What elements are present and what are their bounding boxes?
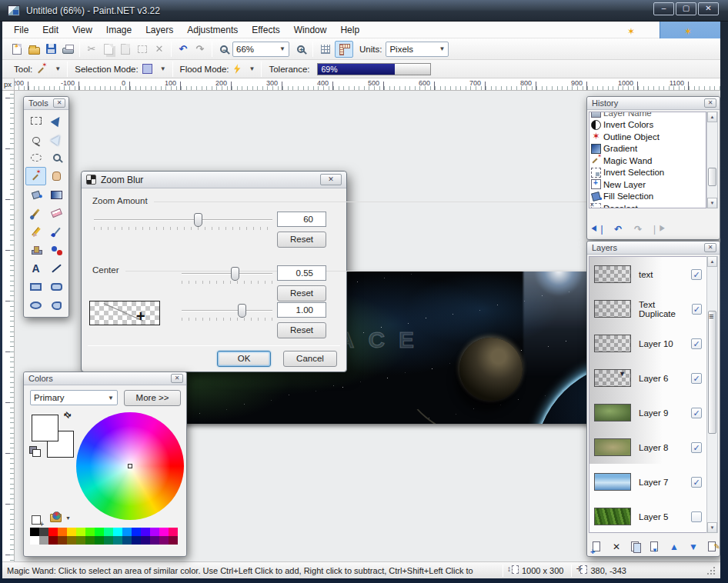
palette-swatch[interactable] bbox=[39, 536, 48, 545]
center-y-reset-button[interactable]: Reset bbox=[277, 322, 326, 338]
history-scrollbar[interactable]: ▲ ▼ bbox=[706, 112, 718, 208]
chevron-down-icon[interactable]: ▼ bbox=[155, 65, 166, 72]
tool-pan[interactable] bbox=[46, 167, 67, 185]
tool-ellipse[interactable] bbox=[25, 296, 46, 315]
save-button[interactable] bbox=[42, 41, 59, 58]
chevron-down-icon[interactable]: ▼ bbox=[50, 65, 61, 72]
layers-scrollbar[interactable]: ▲ ▼ ≡ bbox=[706, 256, 718, 533]
close-icon[interactable]: ✕ bbox=[53, 98, 65, 108]
palette-swatch[interactable] bbox=[30, 536, 39, 545]
history-fast-forward-button[interactable]: ❘⯈ bbox=[650, 222, 666, 236]
palette-swatch[interactable] bbox=[104, 528, 113, 536]
center-y-input[interactable]: 1.00 bbox=[277, 302, 326, 318]
layer-row[interactable]: text✓ bbox=[589, 257, 706, 292]
scroll-down-icon[interactable]: ▼ bbox=[707, 198, 717, 208]
menu-image[interactable]: Image bbox=[99, 22, 139, 38]
history-redo-button[interactable]: ↷ bbox=[630, 222, 646, 236]
tool-gradient[interactable] bbox=[46, 185, 67, 204]
tolerance-slider[interactable]: 69% bbox=[317, 63, 431, 75]
layer-row[interactable]: Layer 8✓ bbox=[589, 430, 706, 465]
scroll-thumb[interactable]: ≡ bbox=[708, 311, 716, 434]
tool-lasso-select[interactable] bbox=[25, 130, 46, 148]
zoom-in-button[interactable]: + bbox=[292, 41, 309, 58]
chevron-down-icon[interactable]: ▼ bbox=[65, 515, 71, 521]
history-item[interactable]: Layer Name bbox=[591, 112, 706, 119]
color-mode-combo[interactable]: Primary ▼ bbox=[30, 390, 118, 405]
slider-thumb[interactable] bbox=[194, 213, 202, 227]
layer-visible-checkbox[interactable]: ✓ bbox=[691, 477, 702, 488]
tool-move-selected-pixels[interactable] bbox=[46, 112, 67, 130]
grid-toggle-button[interactable] bbox=[316, 41, 335, 58]
copy-icon[interactable] bbox=[100, 41, 117, 58]
tool-pencil[interactable] bbox=[25, 222, 46, 241]
ok-button[interactable]: OK bbox=[217, 351, 271, 367]
palette-swatch[interactable] bbox=[122, 536, 132, 545]
close-icon[interactable]: ✕ bbox=[704, 243, 716, 252]
new-image-button[interactable]: ✶ bbox=[8, 41, 25, 58]
tool-rounded-rectangle[interactable] bbox=[46, 278, 67, 296]
layer-row[interactable]: Text Duplicate✓ bbox=[589, 292, 706, 326]
layer-visible-checkbox[interactable]: ✓ bbox=[692, 304, 702, 315]
tool-rectangle-select[interactable] bbox=[25, 112, 46, 130]
palette-swatch[interactable] bbox=[85, 536, 95, 545]
menu-window[interactable]: Window bbox=[287, 22, 334, 38]
zoom-amount-input[interactable]: 60 bbox=[277, 212, 326, 227]
palette-swatch[interactable] bbox=[159, 536, 169, 545]
tool-clone-stamp[interactable] bbox=[25, 241, 46, 259]
palette-swatch[interactable] bbox=[169, 528, 178, 536]
tool-text[interactable]: A bbox=[25, 259, 46, 278]
color-wheel[interactable] bbox=[76, 412, 184, 520]
close-icon[interactable]: ✕ bbox=[704, 98, 716, 108]
tool-recolor[interactable] bbox=[46, 241, 67, 259]
palette-swatch[interactable] bbox=[159, 528, 169, 536]
swap-colors-icon[interactable]: ⇄ bbox=[62, 409, 74, 421]
center-x-slider[interactable] bbox=[182, 273, 272, 275]
palette-swatch[interactable] bbox=[150, 528, 159, 536]
cancel-button[interactable]: Cancel bbox=[283, 351, 337, 367]
palette-swatch[interactable] bbox=[141, 536, 150, 545]
palette-swatch[interactable] bbox=[30, 528, 39, 536]
palette-swatch[interactable] bbox=[169, 536, 178, 545]
slider-thumb[interactable] bbox=[238, 304, 246, 318]
zoom-amount-reset-button[interactable]: Reset bbox=[277, 232, 326, 248]
history-item[interactable]: Invert Colors bbox=[591, 119, 706, 132]
history-rewind-button[interactable]: ⯇❘ bbox=[590, 222, 606, 236]
palette-swatch[interactable] bbox=[67, 536, 76, 545]
palette-swatch[interactable] bbox=[95, 528, 104, 536]
center-x-reset-button[interactable]: Reset bbox=[277, 285, 326, 301]
history-item[interactable]: Deselect bbox=[591, 202, 706, 208]
close-icon[interactable]: ✕ bbox=[171, 374, 183, 383]
palette-swatch[interactable] bbox=[85, 528, 95, 536]
center-x-input[interactable]: 0.55 bbox=[277, 265, 326, 281]
crop-to-selection-icon[interactable] bbox=[134, 41, 151, 58]
palette-swatch[interactable] bbox=[132, 528, 141, 536]
menu-help[interactable]: Help bbox=[333, 22, 366, 38]
palette-swatch[interactable] bbox=[113, 528, 122, 536]
paste-icon[interactable] bbox=[117, 41, 134, 58]
palette-swatch[interactable] bbox=[39, 528, 48, 536]
menu-adjustments[interactable]: Adjustments bbox=[180, 22, 245, 38]
scroll-up-icon[interactable]: ▲ bbox=[707, 256, 717, 267]
menu-view[interactable]: View bbox=[65, 22, 99, 38]
palette-swatch[interactable] bbox=[58, 528, 67, 536]
slider-thumb[interactable] bbox=[231, 267, 239, 281]
merge-layer-down-button[interactable]: ▼ bbox=[648, 540, 662, 554]
cut-icon[interactable]: ✂ bbox=[83, 41, 100, 58]
center-y-slider[interactable] bbox=[182, 310, 272, 311]
palette-swatch[interactable] bbox=[48, 536, 58, 545]
rulers-toggle-button[interactable] bbox=[335, 41, 353, 58]
palette-folder-icon[interactable] bbox=[50, 514, 62, 522]
menu-edit[interactable]: Edit bbox=[35, 22, 65, 38]
history-item[interactable]: Invert Selection bbox=[591, 167, 706, 179]
palette-swatch[interactable] bbox=[104, 536, 113, 545]
history-undo-button[interactable]: ↶ bbox=[610, 222, 626, 236]
layer-visible-checkbox[interactable]: ✓ bbox=[691, 408, 702, 418]
tool-freeform-shape[interactable] bbox=[46, 296, 67, 315]
palette-swatch[interactable] bbox=[76, 536, 85, 545]
palette-swatch[interactable] bbox=[58, 536, 67, 545]
layer-row[interactable]: Layer 9✓ bbox=[589, 395, 706, 430]
dialog-title-bar[interactable]: Zoom Blur ✕ bbox=[82, 172, 346, 188]
tool-zoom[interactable] bbox=[46, 148, 67, 167]
primary-color-swatch[interactable] bbox=[32, 415, 58, 441]
layer-visible-checkbox[interactable]: ✓ bbox=[691, 269, 702, 280]
